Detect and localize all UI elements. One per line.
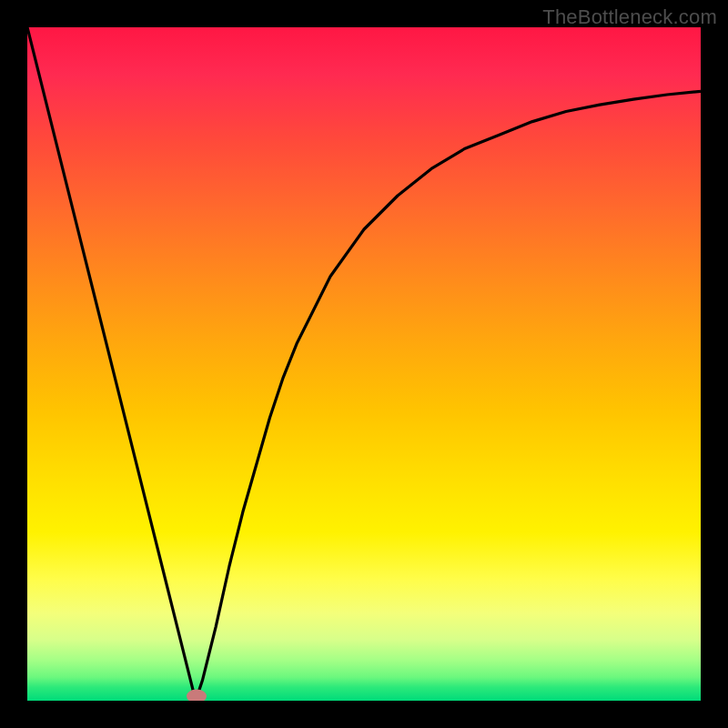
chart-frame: TheBottleneck.com [0, 0, 728, 728]
attribution-text: TheBottleneck.com [542, 5, 717, 29]
plot-area [27, 27, 701, 701]
bottleneck-curve [27, 27, 701, 701]
minimum-marker [187, 690, 207, 702]
curve-layer [27, 27, 701, 701]
